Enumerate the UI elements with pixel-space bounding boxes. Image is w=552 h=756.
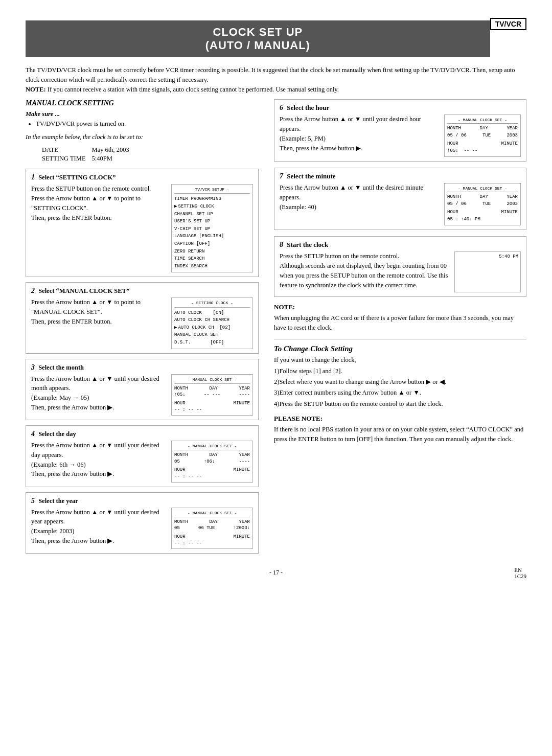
step-4-text: Press the Arrow button ▲ or ▼ until your…	[31, 441, 167, 479]
right-column: 6 Select the hour Press the Arrow button…	[274, 99, 526, 559]
please-note-text: If there is no local PBS station in your…	[274, 425, 526, 444]
step-2-box: 2 Select “MANUAL CLOCK SET” Press the Ar…	[26, 282, 259, 353]
step-8-screen: 5:40 PM	[454, 251, 521, 292]
step-1-box: 1 Select “SETTING CLOCK” Press the SETUP…	[26, 169, 259, 277]
step-4-header: 4 Select the day	[31, 430, 253, 438]
change-section-title: To Change Clock Setting	[274, 345, 526, 353]
make-sure-label: Make sure ...	[26, 110, 259, 118]
example-intro: In the example below, the clock is to be…	[26, 132, 259, 142]
left-column: MANUAL CLOCK SETTING Make sure ... TV/DV…	[26, 99, 259, 559]
step-3-box: 3 Select the month Press the Arrow butto…	[26, 359, 259, 421]
step-2-text: Press the Arrow button ▲ or ▼ to point t…	[31, 297, 167, 326]
page-number: - 17 -	[269, 569, 283, 577]
step-6-content: Press the Arrow button ▲ or ▼ until your…	[280, 114, 521, 157]
tv-vcr-badge: TV/VCR	[490, 18, 526, 30]
step-5-screen: - MANUAL CLOCK SET - MONTH DAY YEAR 05 0…	[171, 508, 253, 549]
footer-right: EN 1C29	[514, 567, 526, 579]
setting-time-label: SETTING TIME	[42, 155, 91, 163]
date-table: DATE May 6th, 2003 SETTING TIME 5:40PM	[41, 145, 135, 164]
change-step-3: 3)Enter correct numbers using the Arrow …	[274, 387, 526, 398]
step-7-box: 7 Select the minute Press the Arrow butt…	[274, 168, 526, 230]
step-3-screen: - MANUAL CLOCK SET - MONTH DAY YEAR ↑05↓…	[171, 374, 253, 416]
step-5-box: 5 Select the year Press the Arrow button…	[26, 492, 259, 554]
main-title-line2: (AUTO / MANUAL)	[36, 39, 480, 52]
note-section: NOTE: When unplugging the AC cord or if …	[274, 303, 526, 333]
step-8-header: 8 Start the clock	[280, 241, 521, 249]
note-label: NOTE:	[274, 303, 526, 311]
step-1-screen: TV/VCR SETUP - TIMER PROGRAMMING ▶ SETTI…	[171, 184, 253, 272]
step-7-header: 7 Select the minute	[280, 172, 521, 180]
step-7-text: Press the Arrow button ▲ or ▼ until the …	[280, 183, 439, 212]
manual-clock-title: MANUAL CLOCK SETTING	[26, 99, 259, 107]
step-6-text: Press the Arrow button ▲ or ▼ until your…	[280, 114, 439, 153]
bullet-item-1: TV/DVD/VCR power is turned on.	[36, 120, 259, 128]
make-sure-list: TV/DVD/VCR power is turned on.	[36, 120, 259, 128]
step-1-header: 1 Select “SETTING CLOCK”	[31, 173, 253, 181]
step-7-screen: - MANUAL CLOCK SET - MONTH DAY YEAR 05 /…	[444, 183, 521, 225]
date-label: DATE	[42, 146, 91, 154]
step-8-content: Press the SETUP button on the remote con…	[280, 251, 521, 292]
step-3-header: 3 Select the month	[31, 363, 253, 372]
step-8-text: Press the SETUP button on the remote con…	[280, 251, 449, 290]
change-steps-list: 1)Follow steps [1] and [2]. 2)Select whe…	[274, 366, 526, 409]
note-label: NOTE:	[26, 86, 46, 93]
step-3-text: Press the Arrow button ▲ or ▼ until your…	[31, 374, 167, 413]
page-container: CLOCK SET UP (AUTO / MANUAL) TV/VCR The …	[26, 20, 526, 577]
step-1-text: Press the SETUP button on the remote con…	[31, 184, 167, 222]
page-footer: - 17 - EN 1C29	[26, 569, 526, 577]
intro-paragraph: The TV/DVD/VCR clock must be set correct…	[26, 65, 526, 94]
step-5-header: 5 Select the year	[31, 497, 253, 505]
step-4-content: Press the Arrow button ▲ or ▼ until your…	[31, 441, 253, 483]
main-title-box: CLOCK SET UP (AUTO / MANUAL)	[26, 20, 490, 57]
step-2-content: Press the Arrow button ▲ or ▼ to point t…	[31, 297, 253, 349]
step-6-box: 6 Select the hour Press the Arrow button…	[274, 99, 526, 162]
setting-time-value: 5:40PM	[92, 155, 134, 163]
change-step-2: 2)Select where you want to change using …	[274, 377, 526, 387]
step-6-header: 6 Select the hour	[280, 104, 521, 112]
please-note-label: PLEASE NOTE:	[274, 415, 526, 423]
footer-code: 1C29	[514, 573, 526, 579]
main-title-line1: CLOCK SET UP	[36, 26, 480, 39]
step-5-text: Press the Arrow button ▲ or ▼ until your…	[31, 508, 167, 546]
change-step-4: 4)Press the SETUP button on the remote c…	[274, 399, 526, 409]
please-note-section: PLEASE NOTE: If there is no local PBS st…	[274, 415, 526, 444]
date-value: May 6th, 2003	[92, 146, 134, 154]
change-section: To Change Clock Setting If you want to c…	[274, 339, 526, 409]
change-intro: If you want to change the clock,	[274, 356, 526, 364]
step-8-box: 8 Start the clock Press the SETUP button…	[274, 236, 526, 297]
step-4-screen: - MANUAL CLOCK SET - MONTH DAY YEAR 05 ↑…	[171, 441, 253, 483]
step-5-content: Press the Arrow button ▲ or ▼ until your…	[31, 508, 253, 549]
step-4-box: 4 Select the day Press the Arrow button …	[26, 425, 259, 487]
step-1-content: Press the SETUP button on the remote con…	[31, 184, 253, 272]
step-2-screen: - SETTING CLOCK - AUTO CLOCK [ON] AUTO C…	[171, 297, 253, 349]
step-6-screen: - MANUAL CLOCK SET - MONTH DAY YEAR 05 /…	[444, 114, 521, 157]
step-7-content: Press the Arrow button ▲ or ▼ until the …	[280, 183, 521, 225]
change-step-1: 1)Follow steps [1] and [2].	[274, 366, 526, 377]
footer-lang: EN	[514, 567, 522, 573]
step-3-content: Press the Arrow button ▲ or ▼ until your…	[31, 374, 253, 416]
step-2-header: 2 Select “MANUAL CLOCK SET”	[31, 287, 253, 295]
note-text: When unplugging the AC cord or if there …	[274, 313, 526, 333]
